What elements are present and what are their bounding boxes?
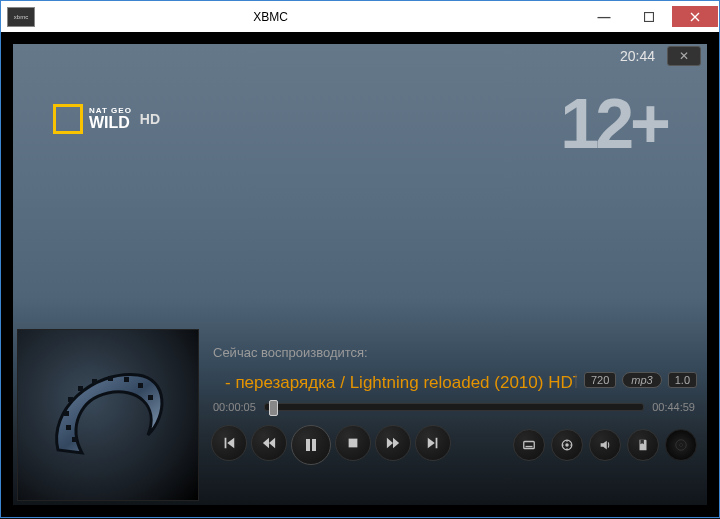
svg-point-18 (562, 444, 564, 446)
svg-rect-8 (124, 377, 129, 382)
svg-point-16 (566, 440, 568, 442)
svg-rect-7 (108, 376, 113, 381)
audio-codec-badge: mp3 (622, 372, 661, 388)
svg-rect-5 (78, 386, 83, 391)
svg-point-15 (565, 443, 569, 447)
minimize-button[interactable]: — (580, 6, 626, 27)
svg-rect-4 (68, 397, 73, 402)
svg-rect-13 (526, 446, 533, 447)
svg-rect-11 (349, 439, 358, 448)
channel-suffix: HD (140, 111, 160, 127)
separator: | (574, 371, 578, 388)
stop-button[interactable] (335, 425, 371, 461)
video-settings-button[interactable] (551, 429, 583, 461)
forward-button[interactable] (375, 425, 411, 461)
timeline-row: 00:00:05 00:44:59 (213, 401, 695, 413)
total-time: 00:44:59 (652, 401, 695, 413)
pause-button[interactable] (291, 425, 331, 465)
video-area[interactable]: 20:44 ✕ NAT GEO WILD HD 12+ (13, 44, 707, 505)
overlay-close-button[interactable]: ✕ (667, 46, 701, 66)
secondary-controls (513, 429, 697, 461)
resolution-badge: 720 (584, 372, 616, 388)
audio-settings-button[interactable] (589, 429, 621, 461)
app-frame: 20:44 ✕ NAT GEO WILD HD 12+ (0, 32, 720, 518)
svg-rect-1 (72, 437, 77, 442)
subtitles-button[interactable] (513, 429, 545, 461)
svg-point-19 (570, 444, 572, 446)
svg-rect-10 (148, 395, 153, 400)
bookmarks-button[interactable] (627, 429, 659, 461)
channel-logo: NAT GEO WILD HD (53, 104, 160, 134)
now-playing-label: Сейчас воспроизводится: (213, 345, 368, 360)
maximize-button[interactable] (626, 6, 672, 27)
svg-rect-9 (138, 383, 143, 388)
age-rating: 12+ (560, 84, 667, 164)
media-thumbnail (17, 329, 199, 501)
svg-point-21 (680, 444, 683, 447)
svg-rect-3 (64, 411, 69, 416)
media-badges: | 720 mp3 1.0 (574, 371, 697, 388)
seek-knob[interactable] (269, 400, 278, 416)
svg-rect-6 (92, 379, 97, 384)
window-title: XBMC (0, 10, 580, 24)
rewind-button[interactable] (251, 425, 287, 461)
svg-rect-2 (66, 425, 71, 430)
overlay-clock: 20:44 (620, 48, 655, 64)
svg-point-17 (566, 448, 568, 450)
dvd-menu-button[interactable] (665, 429, 697, 461)
natgeo-square-icon (53, 104, 83, 134)
aspect-ratio-badge: 1.0 (668, 372, 697, 388)
media-title: - перезарядка / Lightning reloaded (2010… (225, 373, 577, 393)
window-close-button[interactable] (672, 6, 718, 27)
svg-rect-0 (645, 12, 654, 21)
elapsed-time: 00:00:05 (213, 401, 256, 413)
svg-rect-12 (524, 442, 535, 449)
player-osd: Сейчас воспроизводится: - перезарядка / … (13, 315, 707, 505)
seek-bar[interactable] (264, 403, 644, 411)
window-titlebar: xbmc XBMC — (0, 0, 720, 32)
previous-button[interactable] (211, 425, 247, 461)
filmstrip-icon (38, 355, 178, 475)
next-button[interactable] (415, 425, 451, 461)
channel-bottom: WILD (89, 115, 132, 131)
playback-controls (211, 425, 451, 465)
